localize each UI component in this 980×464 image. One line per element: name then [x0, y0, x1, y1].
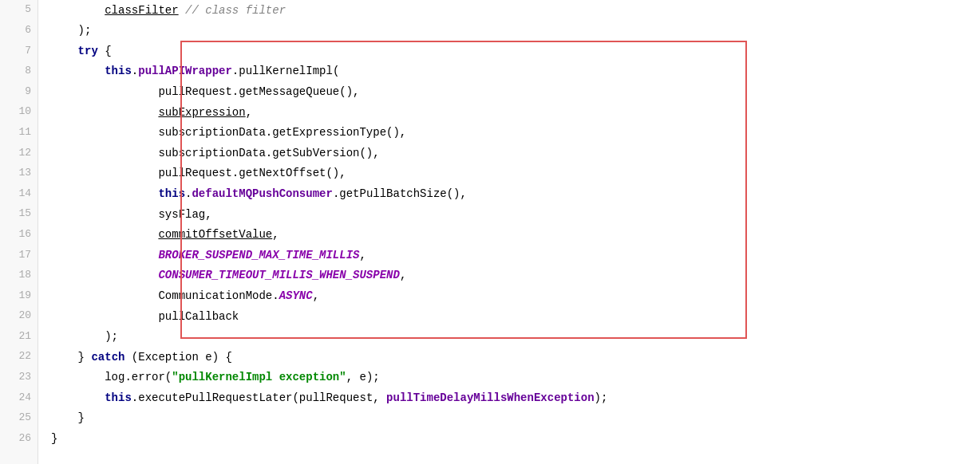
code-token: subExpression: [158, 104, 245, 121]
code-line: sysFlag,: [51, 204, 980, 225]
line-number: 21: [0, 327, 38, 348]
line-number: 9: [0, 81, 38, 102]
code-token: CONSUMER_TIMEOUT_MILLIS_WHEN_SUSPEND: [158, 266, 399, 284]
code-token: [51, 287, 158, 305]
code-area[interactable]: classFilter // class filter ); try { thi…: [38, 0, 980, 464]
code-token: this: [105, 389, 132, 407]
code-token: log.error(: [105, 368, 172, 386]
code-token: [51, 144, 158, 162]
code-token: commitOffsetValue: [158, 226, 272, 243]
code-token: (Exception e) {: [124, 348, 231, 366]
line-number: 24: [0, 387, 38, 408]
code-token: sysFlag,: [158, 206, 211, 223]
line-number: 25: [0, 408, 38, 429]
code-container: 567891011121314151617181920212223242526 …: [0, 0, 980, 464]
code-token: CommunicationMode.: [158, 287, 279, 305]
code-token: }: [51, 430, 57, 447]
code-token: subscriptionData.getExpressionType(),: [158, 124, 406, 141]
code-token: .getPullBatchSize(),: [333, 185, 467, 203]
code-line: pullCallback: [51, 306, 980, 327]
line-number: 23: [0, 368, 38, 388]
code-line: log.error("pullKernelImpl exception", e)…: [51, 368, 980, 388]
code-token: .: [185, 185, 192, 203]
code-line: pullRequest.getNextOffset(),: [51, 163, 980, 184]
code-token: [51, 104, 158, 121]
code-token: [51, 83, 158, 100]
code-token: }: [51, 409, 85, 427]
code-token: ,: [400, 266, 406, 284]
code-line: subExpression,: [51, 102, 980, 123]
code-token: .: [132, 62, 138, 80]
code-token: }: [51, 348, 91, 366]
code-line: CommunicationMode.ASYNC,: [51, 285, 980, 306]
code-line: this.pullAPIWrapper.pullKernelImpl(: [51, 61, 980, 82]
code-token: catch: [91, 348, 124, 366]
code-token: [51, 185, 158, 203]
code-token: defaultMQPushConsumer: [192, 185, 332, 203]
line-number: 11: [0, 123, 38, 144]
line-number: 20: [0, 306, 38, 327]
code-token: {: [98, 42, 112, 60]
line-number: 17: [0, 245, 38, 265]
code-token: .executePullRequestLater(pullRequest,: [132, 389, 386, 407]
line-number: 22: [0, 347, 38, 368]
code-line: this.defaultMQPushConsumer.getPullBatchS…: [51, 183, 980, 204]
line-number: 7: [0, 41, 38, 61]
line-number: 14: [0, 183, 38, 204]
code-token: [51, 42, 78, 60]
code-token: pullTimeDelayMillsWhenException: [386, 389, 594, 407]
code-token: [51, 124, 158, 141]
code-token: , e);: [346, 368, 380, 386]
code-token: this: [158, 185, 185, 203]
code-line: this.executePullRequestLater(pullRequest…: [51, 387, 980, 408]
code-token: [51, 308, 158, 325]
code-token: [51, 246, 158, 264]
code-token: [51, 62, 105, 80]
code-line: }: [51, 428, 980, 449]
code-token: pullAPIWrapper: [138, 62, 232, 80]
code-token: [51, 2, 105, 19]
code-line: try {: [51, 41, 980, 61]
line-number: 15: [0, 204, 38, 225]
code-token: [51, 206, 158, 223]
line-numbers: 567891011121314151617181920212223242526: [0, 0, 38, 464]
code-token: [51, 368, 105, 386]
code-token: ,: [359, 246, 366, 264]
line-number: 18: [0, 265, 38, 286]
code-line: CONSUMER_TIMEOUT_MILLIS_WHEN_SUSPEND,: [51, 265, 980, 286]
code-token: [51, 164, 158, 182]
code-token: try: [78, 42, 98, 60]
code-token: pullCallback: [158, 308, 239, 325]
code-token: );: [51, 22, 91, 39]
code-token: "pullKernelImpl exception": [172, 368, 346, 386]
line-number: 5: [0, 0, 38, 21]
code-token: );: [595, 389, 608, 407]
line-number: 12: [0, 143, 38, 163]
code-token: pullRequest.getNextOffset(),: [158, 164, 346, 182]
line-number: 6: [0, 21, 38, 41]
line-number: 16: [0, 225, 38, 246]
code-token: subscriptionData.getSubVersion(),: [158, 144, 379, 162]
code-token: [51, 389, 105, 407]
line-number: 19: [0, 285, 38, 306]
code-token: // class filter: [185, 2, 286, 19]
code-token: [51, 266, 158, 284]
code-token: [179, 2, 185, 19]
line-number: 8: [0, 61, 38, 82]
code-line: );: [51, 21, 980, 41]
code-line: BROKER_SUSPEND_MAX_TIME_MILLIS,: [51, 245, 980, 265]
code-token: this: [105, 62, 132, 80]
code-line: }: [51, 408, 980, 429]
code-token: );: [51, 328, 118, 345]
code-token: ASYNC: [279, 287, 313, 305]
line-number: 10: [0, 102, 38, 123]
line-number: 26: [0, 428, 38, 449]
code-token: ,: [272, 226, 279, 243]
code-line: commitOffsetValue,: [51, 225, 980, 246]
code-line: pullRequest.getMessageQueue(),: [51, 81, 980, 102]
code-line: );: [51, 327, 980, 348]
code-token: pullRequest.getMessageQueue(),: [158, 83, 359, 100]
code-token: [51, 226, 158, 243]
code-token: BROKER_SUSPEND_MAX_TIME_MILLIS: [158, 246, 359, 264]
code-token: ,: [246, 104, 252, 121]
